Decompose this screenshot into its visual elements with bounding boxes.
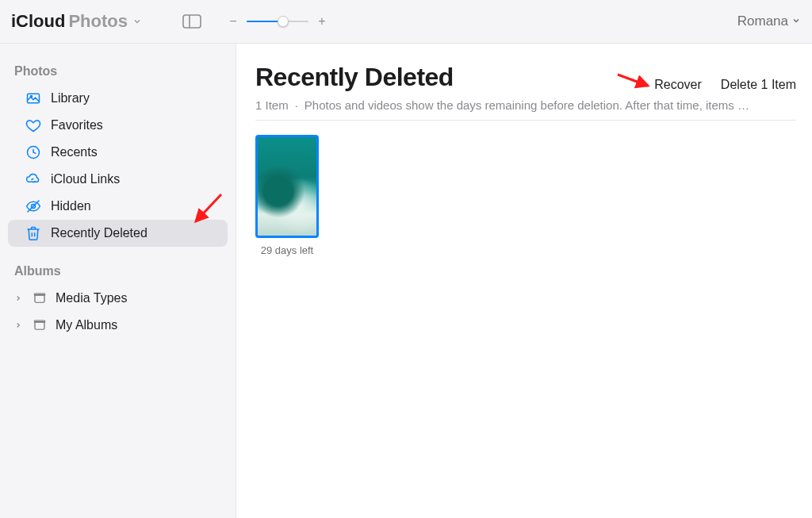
sidebar-item-my-albums[interactable]: My Albums — [8, 312, 228, 339]
thumbnail-item: 29 days left — [255, 135, 319, 256]
zoom-slider-thumb[interactable] — [278, 16, 289, 27]
description-text: Photos and videos show the days remainin… — [304, 98, 749, 112]
zoom-in-button[interactable]: + — [316, 14, 327, 29]
thumbnail-grid: 29 days left — [255, 121, 796, 256]
photo-thumbnail[interactable] — [255, 135, 319, 238]
sidebar-item-library[interactable]: Library — [8, 85, 228, 112]
zoom-control: − + — [228, 14, 327, 29]
sidebar-section-header-albums: Albums — [8, 261, 228, 285]
annotation-arrow-icon — [616, 71, 653, 92]
sidebar-item-media-types[interactable]: Media Types — [8, 285, 228, 312]
chevron-down-icon — [791, 13, 801, 29]
svg-line-12 — [618, 75, 648, 86]
delete-button[interactable]: Delete 1 Item — [721, 78, 796, 92]
sidebar-item-label: Library — [51, 91, 90, 106]
app-title-dropdown[interactable]: iCloud Photos — [11, 11, 142, 32]
zoom-out-button[interactable]: − — [228, 14, 239, 29]
item-count: 1 Item — [255, 98, 289, 112]
sidebar-item-recents[interactable]: Recents — [8, 139, 228, 166]
action-bar: Recover Delete 1 Item — [654, 78, 796, 92]
separator-dot: · — [295, 98, 298, 112]
main-content: Recently Deleted Recover Delete 1 Item 1… — [236, 44, 812, 518]
clock-icon — [25, 144, 41, 160]
sidebar-item-label: Media Types — [56, 291, 127, 305]
sidebar-item-recently-deleted[interactable]: Recently Deleted — [8, 220, 228, 247]
account-name: Romana — [737, 13, 788, 29]
chevron-down-icon — [132, 17, 142, 26]
zoom-slider[interactable] — [247, 15, 308, 28]
sidebar-section-header-photos: Photos — [8, 61, 228, 85]
sidebar-item-favorites[interactable]: Favorites — [8, 112, 228, 139]
trash-icon — [25, 225, 41, 241]
chevron-right-icon — [13, 321, 24, 329]
recover-button[interactable]: Recover — [654, 78, 702, 92]
meta-row: 1 Item · Photos and videos show the days… — [255, 92, 796, 121]
svg-rect-0 — [183, 15, 201, 28]
sidebar-item-hidden[interactable]: Hidden — [8, 193, 228, 220]
sidebar: Photos Library Favorites — [0, 44, 236, 518]
sidebar-item-icloud-links[interactable]: iCloud Links — [8, 166, 228, 193]
toolbar: iCloud Photos − + Romana — [0, 0, 812, 44]
account-menu[interactable]: Romana — [737, 13, 801, 29]
folder-icon — [32, 290, 48, 306]
sidebar-item-label: My Albums — [56, 318, 117, 332]
app-name: iCloud — [11, 11, 65, 32]
section-name: Photos — [68, 11, 128, 32]
sidebar-item-label: Recently Deleted — [51, 226, 147, 240]
svg-point-3 — [30, 95, 32, 97]
sidebar-item-label: iCloud Links — [51, 172, 120, 186]
sidebar-toggle-button[interactable] — [180, 13, 204, 30]
page-title: Recently Deleted — [255, 63, 454, 92]
chevron-right-icon — [13, 294, 24, 302]
sidebar-item-label: Favorites — [51, 118, 103, 132]
folder-icon — [32, 317, 48, 333]
days-left-label: 29 days left — [261, 244, 314, 256]
cloud-link-icon — [25, 171, 41, 187]
library-icon — [25, 90, 41, 106]
sidebar-item-label: Recents — [51, 145, 98, 159]
svg-rect-10 — [35, 322, 44, 330]
sidebar-item-label: Hidden — [51, 199, 91, 213]
eye-off-icon — [25, 198, 41, 214]
svg-rect-8 — [35, 295, 44, 303]
heart-icon — [25, 117, 41, 133]
